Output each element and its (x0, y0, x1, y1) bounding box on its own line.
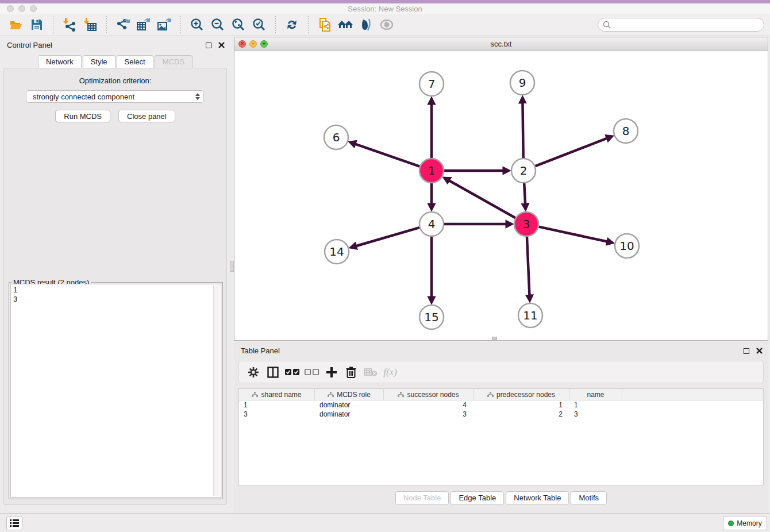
cell-name[interactable]: 3 (569, 410, 622, 418)
close-table-panel-icon[interactable] (756, 348, 763, 354)
table-row[interactable]: 3 dominator 3 2 3 (239, 410, 763, 419)
table-panel-title: Table Panel (241, 346, 280, 355)
memory-label: Memory (737, 519, 761, 527)
tab-network-table[interactable]: Network Table (506, 491, 569, 505)
network-view-title: scc.txt (234, 40, 768, 48)
show-hide-graphics-icon[interactable] (378, 16, 395, 33)
edge-3-11[interactable] (527, 237, 529, 295)
network-canvas[interactable]: 1234678910111415 (234, 51, 768, 340)
cell-successor-nodes[interactable]: 4 (384, 401, 473, 409)
tab-edge-table[interactable]: Edge Table (451, 491, 504, 505)
cell-shared-name[interactable]: 3 (239, 410, 315, 418)
function-builder-icon[interactable]: f(x) (380, 364, 400, 381)
settings-icon[interactable] (244, 364, 263, 381)
node-label-1: 1 (428, 164, 436, 178)
network-graph: 1234678910111415 (234, 51, 768, 340)
tab-select[interactable]: Select (117, 55, 153, 68)
main-toolbar (0, 14, 770, 36)
tab-mcds[interactable]: MCDS (155, 55, 192, 68)
cell-predecessor-nodes[interactable]: 2 (473, 410, 569, 418)
refresh-layout-icon[interactable] (283, 16, 301, 33)
node-label-7: 7 (428, 77, 436, 91)
status-bar: Memory (0, 513, 770, 532)
zoom-selected-icon[interactable] (251, 16, 268, 33)
edge-2-3[interactable] (524, 183, 525, 204)
control-panel-title: Control Panel (7, 41, 52, 49)
result-scrollbar[interactable] (213, 286, 220, 496)
mcds-result-group: MCDS result (2 nodes) 1 3 (9, 282, 223, 499)
tree-icon (328, 392, 334, 398)
table-panel: Table Panel f(x) shar (234, 342, 768, 513)
node-label-3: 3 (523, 217, 530, 231)
mcds-result-text[interactable]: 1 3 (10, 284, 221, 498)
search-box[interactable] (598, 18, 764, 32)
search-input[interactable] (614, 21, 759, 29)
cell-name[interactable]: 1 (569, 401, 622, 409)
list-icon (10, 519, 19, 527)
table-header-row: shared name MCDS role successor nodes pr… (239, 389, 763, 400)
table-tabs: Node Table Edge Table Network Table Moti… (234, 491, 768, 505)
node-label-14: 14 (329, 245, 344, 259)
select-all-rows-icon[interactable] (283, 364, 302, 381)
zoom-in-icon[interactable] (188, 16, 206, 33)
memory-button[interactable]: Memory (723, 516, 767, 530)
cell-mcds-role[interactable]: dominator (315, 410, 384, 418)
horizontal-splitter-grip[interactable] (492, 337, 497, 340)
splitter-grip[interactable] (230, 261, 234, 272)
cell-predecessor-nodes[interactable]: 1 (473, 401, 569, 409)
run-mcds-button[interactable]: Run MCDS (55, 110, 110, 122)
home-view-icon[interactable] (337, 16, 354, 33)
table-toolbar: f(x) (238, 361, 764, 383)
tab-network[interactable]: Network (38, 55, 82, 68)
delete-column-icon[interactable] (341, 364, 361, 381)
copy-network-view-icon[interactable] (316, 16, 333, 33)
edge-2-8[interactable] (536, 138, 607, 166)
column-header-successor-nodes[interactable]: successor nodes (384, 389, 473, 400)
open-file-icon[interactable] (7, 16, 25, 33)
tab-style[interactable]: Style (83, 55, 116, 68)
save-session-icon[interactable] (28, 16, 45, 33)
column-header-name[interactable]: name (569, 389, 622, 400)
zoom-out-icon[interactable] (209, 16, 226, 33)
node-label-4: 4 (428, 217, 436, 231)
tab-motifs[interactable]: Motifs (571, 491, 607, 505)
cell-shared-name[interactable]: 1 (239, 401, 315, 409)
column-header-mcds-role[interactable]: MCDS role (315, 389, 384, 400)
criterion-dropdown[interactable]: strongly connected component (26, 90, 204, 103)
zoom-fit-icon[interactable] (230, 16, 247, 33)
toolbar-separator (308, 16, 309, 33)
tab-node-table[interactable]: Node Table (395, 491, 449, 505)
deselect-all-rows-icon[interactable] (302, 364, 322, 381)
cell-successor-nodes[interactable]: 3 (384, 410, 473, 418)
column-layout-icon[interactable] (263, 364, 283, 381)
control-panel: Control Panel Network Style Select MCDS … (0, 36, 230, 513)
edge-3-1[interactable] (449, 180, 515, 218)
column-header-predecessor-nodes[interactable]: predecessor nodes (473, 389, 569, 400)
export-network-icon[interactable] (114, 16, 132, 33)
node-label-15: 15 (424, 310, 438, 324)
column-header-shared-name[interactable]: shared name (239, 389, 315, 400)
close-panel-icon[interactable] (218, 42, 225, 48)
import-table-icon[interactable] (82, 16, 99, 33)
network-window-titlebar[interactable]: ✕ − + scc.txt (234, 37, 768, 51)
apply-style-icon[interactable] (357, 16, 375, 33)
edge-2-9[interactable] (522, 103, 523, 158)
toolbar-separator (180, 16, 181, 33)
import-network-icon[interactable] (61, 16, 78, 33)
float-table-panel-icon[interactable] (744, 348, 749, 354)
close-panel-button[interactable]: Close panel (118, 110, 175, 122)
task-history-button[interactable] (6, 516, 22, 530)
export-table-icon[interactable] (135, 16, 152, 33)
delete-table-icon[interactable] (361, 364, 380, 381)
edge-1-6[interactable] (355, 144, 419, 167)
export-image-icon[interactable] (156, 16, 173, 33)
edge-4-14[interactable] (356, 228, 419, 246)
cell-mcds-role[interactable]: dominator (315, 401, 384, 409)
float-panel-icon[interactable] (206, 43, 211, 48)
node-label-9: 9 (519, 76, 526, 90)
edge-3-10[interactable] (538, 227, 607, 242)
tree-icon (252, 392, 258, 398)
mcds-panel: Optimization criterion: strongly connect… (3, 68, 227, 505)
add-column-icon[interactable] (322, 364, 341, 381)
table-row[interactable]: 1 dominator 4 1 1 (239, 400, 763, 410)
